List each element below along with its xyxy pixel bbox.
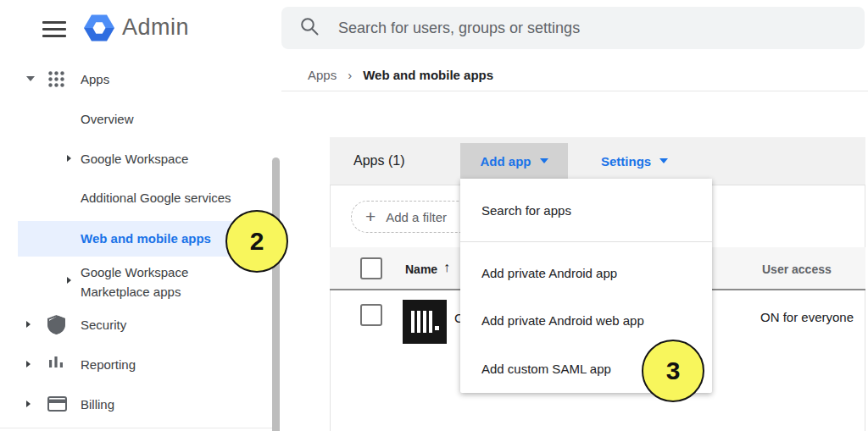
marketplace-apps-label-line2: Marketplace apps	[81, 282, 188, 301]
sidebar-item-web-and-mobile-apps[interactable]: Web and mobile apps	[81, 231, 211, 246]
menu-item-add-private-android-app[interactable]: Add private Android app	[460, 249, 712, 296]
credit-card-icon	[47, 396, 67, 415]
security-chevron-right-icon[interactable]	[26, 321, 31, 328]
add-app-button[interactable]: Add app	[460, 143, 568, 179]
sidebar-item-security[interactable]: Security	[81, 318, 126, 332]
sidebar-item-reporting[interactable]: Reporting	[81, 357, 136, 372]
breadcrumb-current: Web and mobile apps	[363, 68, 493, 82]
name-column-header[interactable]: Name	[405, 262, 437, 276]
settings-button[interactable]: Settings	[591, 143, 678, 179]
sidebar-bottom-divider	[0, 428, 280, 428]
apps-count-title: Apps (1)	[353, 153, 404, 169]
breadcrumb-divider	[281, 91, 868, 91]
sidebar-item-additional-google-services[interactable]: Additional Google services	[81, 191, 231, 205]
menu-hamburger-icon[interactable]	[42, 21, 66, 41]
breadcrumb-separator: ›	[348, 68, 352, 82]
bar-chart-icon	[48, 355, 64, 373]
reporting-chevron-right-icon[interactable]	[26, 361, 31, 367]
menu-divider	[460, 241, 712, 242]
apps-expand-chevron-down-icon[interactable]	[26, 76, 35, 81]
menu-item-add-private-android-web-app[interactable]: Add private Android web app	[460, 296, 712, 344]
row-checkbox[interactable]	[360, 304, 382, 326]
marketplace-apps-chevron-right-icon[interactable]	[67, 277, 71, 284]
search-icon	[300, 17, 320, 40]
add-filter-label: Add a filter	[386, 210, 447, 224]
sidebar-item-marketplace-apps[interactable]: Google Workspace Marketplace apps	[81, 262, 188, 301]
user-access-cell: ON for everyone	[760, 310, 854, 324]
plus-icon: +	[365, 207, 376, 227]
add-app-button-label: Add app	[481, 154, 531, 169]
shield-icon	[47, 315, 65, 338]
select-all-checkbox[interactable]	[360, 257, 382, 279]
apps-grid-icon	[47, 70, 65, 91]
billing-chevron-right-icon[interactable]	[26, 401, 31, 407]
search-input[interactable]: Search for users, groups or settings	[281, 7, 865, 49]
google-workspace-chevron-right-icon[interactable]	[67, 155, 71, 162]
breadcrumb: Apps › Web and mobile apps	[308, 68, 493, 82]
sidebar-item-overview[interactable]: Overview	[81, 112, 134, 126]
sidebar-item-google-workspace[interactable]: Google Workspace	[81, 152, 188, 166]
sort-ascending-arrow-icon[interactable]: ↑	[443, 260, 450, 275]
user-access-column-header: User access	[762, 262, 832, 276]
brand-title: Admin	[122, 14, 189, 41]
marketplace-apps-label-line1: Google Workspace	[81, 262, 188, 282]
sidebar-item-apps[interactable]: Apps	[81, 72, 109, 86]
add-app-chevron-down-icon	[540, 158, 548, 163]
settings-chevron-down-icon	[659, 158, 668, 163]
annotation-step-2-badge: 2	[225, 210, 288, 273]
sidebar-scrollbar[interactable]	[272, 157, 280, 431]
search-placeholder: Search for users, groups or settings	[338, 19, 580, 37]
annotation-step-3-badge: 3	[642, 340, 704, 402]
google-admin-logo-icon	[82, 11, 116, 48]
sidebar-item-billing[interactable]: Billing	[81, 397, 114, 412]
settings-button-label: Settings	[601, 154, 651, 169]
menu-item-search-for-apps[interactable]: Search for apps	[460, 179, 712, 241]
app-logo-icon	[403, 300, 447, 344]
breadcrumb-apps-link[interactable]: Apps	[308, 68, 337, 82]
